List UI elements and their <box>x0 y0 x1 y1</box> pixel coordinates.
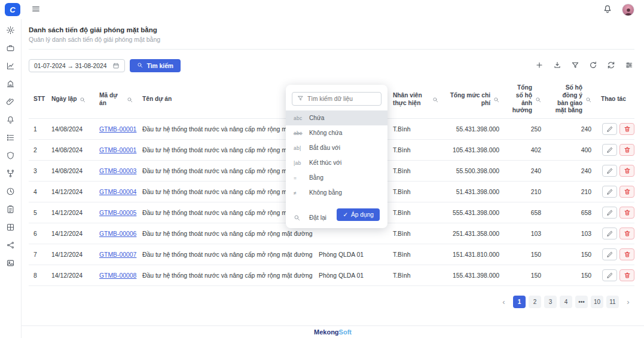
column-label: STT <box>33 96 45 103</box>
filter-option[interactable]: |abKết thúc với <box>286 155 387 170</box>
pagination-next[interactable]: › <box>622 296 634 308</box>
edit-button[interactable] <box>602 228 617 239</box>
user-avatar[interactable] <box>622 4 634 16</box>
project-code-link[interactable]: GTMB-00008 <box>99 272 136 279</box>
pagination-page-2[interactable]: 2 <box>529 296 541 308</box>
edit-button[interactable] <box>602 186 617 198</box>
delete-button[interactable] <box>619 207 634 219</box>
column-header-8: Số hộ đồng ý bàn giao mặt bằng <box>546 81 596 119</box>
project-code-link[interactable]: GTMB-00001 <box>99 147 136 153</box>
bell-icon <box>603 4 612 16</box>
filter-option[interactable]: ≠Không bằng <box>286 185 387 200</box>
pagination-page-1[interactable]: 1 <box>513 296 526 308</box>
column-label: Nhân viên thực hiện <box>393 92 429 107</box>
column-search-icon[interactable] <box>585 97 591 103</box>
cell-tong-ho: 150 <box>504 265 546 286</box>
sidebar-item-attachments[interactable] <box>4 96 17 109</box>
pagination-page-11[interactable]: 11 <box>606 296 619 308</box>
sidebar-item-organization[interactable] <box>4 78 17 91</box>
project-code-link[interactable]: GTMB-00006 <box>99 231 136 237</box>
delete-button[interactable] <box>619 186 634 198</box>
notifications-button[interactable] <box>603 4 612 16</box>
cell-dong-y: 240 <box>546 161 596 182</box>
project-code-link[interactable]: GTMB-00003 <box>99 168 136 174</box>
sidebar-item-reports[interactable] <box>4 60 17 73</box>
apply-filter-button[interactable]: ✓ Áp dụng <box>337 208 380 221</box>
column-header-2: Mã dự án <box>94 81 138 119</box>
pagination-page-10[interactable]: 10 <box>591 296 603 308</box>
cell-actions <box>596 202 634 223</box>
edit-button[interactable] <box>602 165 617 177</box>
delete-button[interactable] <box>619 144 634 156</box>
project-code-link[interactable]: GTMB-00007 <box>99 251 136 258</box>
project-code-link[interactable]: GTMB-00001 <box>99 126 136 133</box>
delete-button[interactable] <box>619 248 634 260</box>
hamburger-menu-button[interactable] <box>31 4 41 16</box>
export-button[interactable] <box>552 60 563 71</box>
sidebar-item-notifications[interactable] <box>4 113 17 127</box>
pagination-prev[interactable]: ‹ <box>498 296 510 308</box>
pagination-ellipsis[interactable]: ••• <box>575 296 588 308</box>
cell-stt: 1 <box>29 119 47 140</box>
column-search-icon[interactable] <box>432 97 438 103</box>
reset-label: Đặt lại <box>309 214 326 221</box>
filter-button[interactable] <box>570 60 581 71</box>
column-settings-button[interactable] <box>624 60 634 71</box>
refresh-button[interactable] <box>588 60 599 71</box>
edit-button[interactable] <box>602 123 617 135</box>
sidebar-item-integrations[interactable] <box>4 239 17 252</box>
filter-option[interactable]: abcKhông chứa <box>286 125 387 140</box>
delete-button[interactable] <box>619 269 634 281</box>
column-label: Ngày lập <box>51 96 77 103</box>
filter-option[interactable]: ab|Bắt đầu với <box>286 140 387 155</box>
divider <box>29 49 634 50</box>
cell-ngay-lap: 14/08/2024 <box>47 119 94 140</box>
column-search-icon[interactable] <box>535 97 541 103</box>
sidebar-item-documents[interactable] <box>4 203 17 216</box>
cell-nhan-vien: T.Bình <box>388 244 443 265</box>
filter-option[interactable]: =Bằng <box>286 170 387 185</box>
column-search-icon[interactable] <box>127 97 133 103</box>
edit-button[interactable] <box>602 248 617 260</box>
filter-reset-option[interactable]: Đặt lại <box>294 214 326 221</box>
cell-dong-y: 210 <box>546 182 596 202</box>
cell-ma-du-an: GTMB-00006 <box>94 223 138 244</box>
sync-button[interactable] <box>606 60 616 71</box>
delete-button[interactable] <box>619 123 634 135</box>
sidebar-item-security[interactable] <box>4 149 17 162</box>
cell-chi-phi: 151.431.810.000 <box>443 244 504 265</box>
search-button[interactable]: Tìm kiếm <box>130 59 181 72</box>
cell-chi-phi: 51.431.398.000 <box>443 182 504 202</box>
app-logo: C <box>5 3 20 16</box>
sidebar-item-modules[interactable] <box>4 221 17 234</box>
project-code-link[interactable]: GTMB-00004 <box>99 189 136 195</box>
column-search-icon[interactable] <box>80 97 86 103</box>
column-search-icon[interactable] <box>493 97 499 103</box>
pagination-page-4[interactable]: 4 <box>560 296 572 308</box>
clipboard-icon <box>6 205 15 215</box>
filter-search-box[interactable] <box>292 92 381 106</box>
pagination-page-3[interactable]: 3 <box>544 296 557 308</box>
delete-button[interactable] <box>619 165 634 177</box>
delete-button[interactable] <box>619 228 634 239</box>
cell-ma-du-an: GTMB-00008 <box>94 265 138 286</box>
edit-button[interactable] <box>602 207 617 219</box>
edit-button[interactable] <box>602 269 617 281</box>
add-button[interactable] <box>534 60 545 71</box>
filter-option[interactable]: abcChứa <box>286 110 387 125</box>
sidebar-item-settings[interactable] <box>4 24 17 37</box>
cell-ngay-lap: 14/12/2024 <box>47 223 94 244</box>
project-code-link[interactable]: GTMB-00005 <box>99 210 136 216</box>
sidebar-item-media[interactable] <box>4 257 17 270</box>
sidebar-item-tasks[interactable] <box>4 131 17 145</box>
sidebar-item-history[interactable] <box>4 185 17 198</box>
cell-ngay-lap: 14/12/2024 <box>47 202 94 223</box>
cell-nhan-vien: T.Bình <box>388 265 443 286</box>
edit-button[interactable] <box>602 144 617 156</box>
cell-dong-y: 658 <box>546 202 596 223</box>
date-range-input[interactable]: 01-07-2024 → 31-08-2024 <box>29 59 125 72</box>
sidebar-item-workflow[interactable] <box>4 167 17 180</box>
cell-chi-phi: 105.431.398.000 <box>443 140 504 161</box>
sidebar-item-projects[interactable] <box>4 42 17 55</box>
filter-search-input[interactable] <box>307 96 376 102</box>
